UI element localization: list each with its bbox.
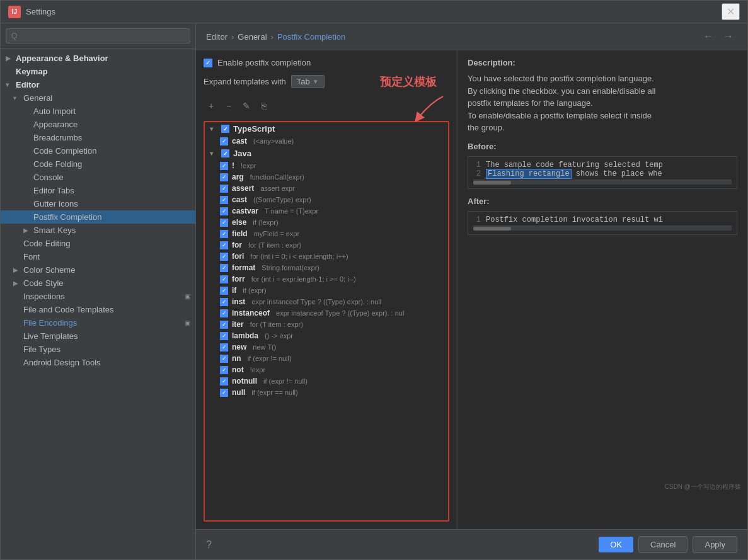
item-checkbox[interactable]: ✓: [220, 332, 228, 340]
item-checkbox[interactable]: ✓: [220, 185, 228, 193]
ok-button[interactable]: OK: [599, 537, 633, 552]
template-item[interactable]: ✓ ! !expr: [205, 160, 448, 171]
sidebar-item-label: Inspections: [23, 292, 182, 301]
template-item[interactable]: ✓ inst expr instanceof Type ? ((Type) ex…: [205, 296, 448, 307]
template-item[interactable]: ✓ forr for (int i = expr.length-1; i >= …: [205, 273, 448, 285]
template-item[interactable]: ✓ cast ((SomeType) expr): [205, 194, 448, 205]
sidebar-item-console[interactable]: Console: [1, 171, 195, 184]
item-checkbox[interactable]: ✓: [220, 241, 228, 249]
sidebar-item-file-encodings[interactable]: File Encodings ▣: [1, 316, 195, 329]
main-panel: Editor › General › Postfix Completion ← …: [196, 23, 747, 559]
sidebar-item-editor-tabs[interactable]: Editor Tabs: [1, 184, 195, 197]
template-item[interactable]: ✓ new new T(): [205, 341, 448, 353]
sidebar-item-gutter-icons[interactable]: Gutter Icons: [1, 197, 195, 210]
sidebar-item-color-scheme[interactable]: ▶ Color Scheme: [1, 263, 195, 277]
item-checkbox[interactable]: ✓: [220, 219, 228, 227]
horizontal-scrollbar[interactable]: [473, 180, 732, 185]
sidebar-item-breadcrumbs[interactable]: Breadcrumbs: [1, 131, 195, 144]
group-checkbox[interactable]: ✓: [221, 149, 229, 157]
template-item[interactable]: ✓ assert assert expr: [205, 183, 448, 194]
template-group-java[interactable]: ▾ ✓ Java: [205, 147, 448, 160]
sidebar-item-code-style[interactable]: ▶ Code Style: [1, 277, 195, 290]
apply-button[interactable]: Apply: [693, 536, 737, 553]
sidebar-item-file-types[interactable]: File Types: [1, 343, 195, 356]
template-item[interactable]: ✓ if if (expr): [205, 285, 448, 296]
sidebar-item-keymap[interactable]: Keymap: [1, 65, 195, 78]
item-hint: if (expr == null): [251, 389, 297, 396]
template-item[interactable]: ✓ iter for (T item : expr): [205, 319, 448, 330]
sidebar-item-live-templates[interactable]: Live Templates: [1, 329, 195, 343]
sidebar-item-label: Appearance: [33, 120, 190, 129]
item-name: cast: [232, 137, 247, 146]
sidebar-item-postfix-completion[interactable]: Postfix Completion: [1, 210, 195, 224]
template-item[interactable]: ✓ format String.format(expr): [205, 262, 448, 273]
item-checkbox[interactable]: ✓: [220, 253, 228, 261]
chevron-icon: ▶: [23, 227, 31, 234]
item-checkbox[interactable]: ✓: [220, 173, 228, 181]
item-checkbox[interactable]: ✓: [220, 343, 228, 351]
item-checkbox[interactable]: ✓: [220, 389, 228, 397]
horizontal-scrollbar[interactable]: [473, 226, 732, 231]
cancel-button[interactable]: Cancel: [638, 536, 688, 553]
sidebar-item-general[interactable]: ▾ General: [1, 91, 195, 105]
template-item[interactable]: ✓ null if (expr == null): [205, 387, 448, 398]
item-checkbox[interactable]: ✓: [220, 377, 228, 386]
template-item[interactable]: ✓ for for (T item : expr): [205, 239, 448, 251]
template-item[interactable]: ✓ not !expr: [205, 364, 448, 375]
enable-checkbox[interactable]: ✓: [204, 59, 212, 67]
sidebar-item-appearance[interactable]: Appearance: [1, 118, 195, 131]
sidebar-item-file-code-templates[interactable]: File and Code Templates: [1, 303, 195, 316]
template-item[interactable]: ✓ field myField = expr: [205, 228, 448, 239]
sidebar-item-inspections[interactable]: Inspections ▣: [1, 290, 195, 303]
item-checkbox[interactable]: ✓: [220, 321, 228, 329]
back-button[interactable]: ←: [699, 30, 717, 43]
item-checkbox[interactable]: ✓: [220, 287, 228, 295]
sidebar-item-editor[interactable]: ▾ Editor: [1, 78, 195, 91]
copy-button[interactable]: ⎘: [256, 98, 272, 113]
remove-button[interactable]: −: [221, 98, 236, 113]
template-item[interactable]: ✓ nn if (expr != null): [205, 353, 448, 364]
sidebar-item-code-completion[interactable]: Code Completion: [1, 144, 195, 157]
template-item[interactable]: ✓ fori for (int i = 0; i < expr.length; …: [205, 251, 448, 262]
item-checkbox[interactable]: ✓: [220, 230, 228, 238]
sidebar-item-android-design[interactable]: Android Design Tools: [1, 356, 195, 369]
item-name: not: [232, 365, 244, 374]
item-checkbox[interactable]: ✓: [220, 137, 228, 146]
sidebar-item-code-editing[interactable]: Code Editing: [1, 237, 195, 250]
close-button[interactable]: ✕: [722, 3, 740, 20]
sidebar-item-appearance-behavior[interactable]: ▶ Appearance & Behavior: [1, 52, 195, 65]
template-item[interactable]: ✓ instanceof expr instanceof Type ? ((Ty…: [205, 307, 448, 319]
template-item[interactable]: ✓ arg functionCall(expr): [205, 171, 448, 183]
edit-button[interactable]: ✎: [239, 98, 254, 113]
template-item[interactable]: ✓ else if (!expr): [205, 217, 448, 228]
template-group-typescript[interactable]: ▾ ✓ TypeScript: [205, 122, 448, 135]
template-item[interactable]: ✓ castvar T name = (T)expr: [205, 205, 448, 217]
item-checkbox[interactable]: ✓: [220, 366, 228, 374]
sidebar-item-smart-keys[interactable]: ▶ Smart Keys: [1, 224, 195, 237]
item-checkbox[interactable]: ✓: [220, 264, 228, 272]
expand-dropdown[interactable]: Tab ▼: [291, 75, 325, 88]
item-name: lambda: [232, 331, 258, 340]
template-item[interactable]: ✓ cast (<any>value): [205, 135, 448, 147]
sidebar-item-code-folding[interactable]: Code Folding: [1, 157, 195, 171]
add-button[interactable]: +: [204, 98, 219, 113]
template-item[interactable]: ✓ notnull if (expr != null): [205, 375, 448, 387]
item-checkbox[interactable]: ✓: [220, 355, 228, 363]
item-checkbox[interactable]: ✓: [220, 298, 228, 306]
template-item[interactable]: ✓ lambda () -> expr: [205, 330, 448, 341]
group-checkbox[interactable]: ✓: [221, 125, 229, 133]
item-name: inst: [232, 297, 245, 306]
item-checkbox[interactable]: ✓: [220, 162, 228, 170]
item-checkbox[interactable]: ✓: [220, 196, 228, 204]
sidebar-item-font[interactable]: Font: [1, 250, 195, 263]
item-checkbox[interactable]: ✓: [220, 207, 228, 215]
forward-button[interactable]: →: [720, 30, 737, 43]
item-checkbox[interactable]: ✓: [220, 275, 228, 283]
item-checkbox[interactable]: ✓: [220, 309, 228, 317]
search-input[interactable]: [6, 28, 190, 43]
help-button[interactable]: ?: [206, 539, 212, 551]
sidebar-item-auto-import[interactable]: Auto Import: [1, 105, 195, 118]
item-name: field: [232, 229, 248, 238]
item-name: castvar: [232, 207, 258, 215]
sidebar-item-label: Live Templates: [23, 331, 190, 341]
